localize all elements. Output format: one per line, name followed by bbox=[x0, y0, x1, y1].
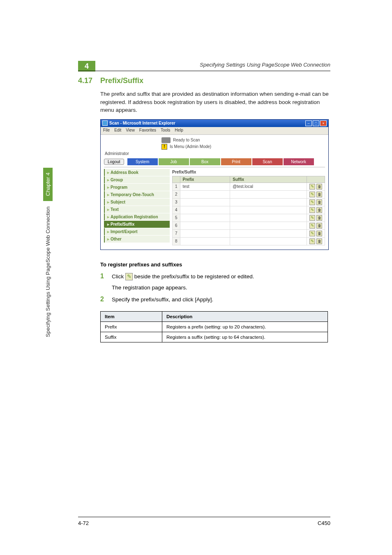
row-prefix bbox=[180, 222, 230, 229]
tab-scan[interactable]: Scan bbox=[252, 158, 283, 165]
row-suffix bbox=[230, 222, 307, 229]
logout-button[interactable]: Logout bbox=[104, 159, 124, 165]
menu-tools[interactable]: Tools bbox=[161, 128, 170, 134]
table-row: Prefix Registers a prefix (setting: up t… bbox=[101, 321, 328, 332]
sidebar-item-application-registration[interactable]: ▸Application Registration bbox=[104, 213, 170, 220]
table-row: 6 bbox=[173, 222, 325, 229]
step-1-sub: The registration page appears. bbox=[112, 284, 330, 291]
menu-favorites[interactable]: Favorites bbox=[139, 128, 156, 134]
pencil-icon: ✎ bbox=[125, 273, 133, 280]
edit-icon[interactable] bbox=[309, 192, 315, 197]
panel-title: Prefix/Suffix bbox=[172, 170, 325, 174]
edit-icon[interactable] bbox=[309, 223, 315, 229]
sidebar-item-text[interactable]: ▸Text bbox=[104, 206, 170, 213]
section-number: 4.17 bbox=[78, 76, 100, 85]
table-row: 7 bbox=[173, 229, 325, 237]
footer-rule bbox=[78, 517, 330, 517]
row-index: 6 bbox=[173, 222, 180, 229]
row-suffix bbox=[230, 190, 307, 198]
row-suffix bbox=[230, 229, 307, 237]
caution-icon: ! bbox=[161, 144, 167, 150]
sidebar-item-temporary-one-touch[interactable]: ▸Temporary One-Touch bbox=[104, 191, 170, 198]
menu-help[interactable]: Help bbox=[175, 128, 183, 134]
step-1-number: 1 bbox=[100, 273, 112, 280]
menubar: File Edit View Favorites Tools Help bbox=[101, 127, 328, 135]
menu-view[interactable]: View bbox=[126, 128, 135, 134]
edit-icon[interactable] bbox=[309, 207, 315, 213]
running-head: Specifying Settings Using PageScope Web … bbox=[200, 62, 330, 68]
sidebar-item-subject[interactable]: ▸Subject bbox=[104, 199, 170, 206]
sidebar-item-program[interactable]: ▸Program bbox=[104, 184, 170, 191]
delete-icon[interactable] bbox=[316, 192, 322, 197]
table-row: 3 bbox=[173, 198, 325, 206]
menu-edit[interactable]: Edit bbox=[114, 128, 121, 134]
sidebar-item-other[interactable]: ▸Other bbox=[104, 236, 170, 243]
tab-system[interactable]: System bbox=[127, 158, 158, 165]
edit-icon[interactable] bbox=[309, 238, 315, 244]
window-title: Scan - Microsoft Internet Explorer bbox=[109, 121, 305, 125]
status-mode: Is Menu (Admin Mode) bbox=[170, 144, 211, 149]
close-button[interactable]: × bbox=[320, 120, 327, 126]
delete-icon[interactable] bbox=[316, 223, 322, 229]
row-suffix bbox=[230, 237, 307, 245]
delete-icon[interactable] bbox=[316, 238, 322, 244]
edit-icon[interactable] bbox=[309, 231, 315, 236]
browser-window: Scan - Microsoft Internet Explorer – □ ×… bbox=[100, 119, 329, 250]
step-2-text: Specify the prefix/suffix, and click [Ap… bbox=[112, 296, 330, 304]
chapter-box: 4 bbox=[78, 61, 95, 72]
row-index: 8 bbox=[173, 237, 180, 245]
status-ready: Ready to Scan bbox=[173, 138, 200, 142]
admin-label: Administrator bbox=[105, 151, 325, 156]
row-prefix bbox=[180, 214, 230, 222]
sidebar-item-address-book[interactable]: ▸Address Book bbox=[104, 169, 170, 176]
minimize-button[interactable]: – bbox=[305, 120, 312, 126]
maximize-button[interactable]: □ bbox=[313, 120, 319, 126]
row-index: 4 bbox=[173, 206, 180, 214]
row-suffix: @test.local bbox=[230, 183, 307, 190]
table-row: 2 bbox=[173, 190, 325, 198]
edit-icon[interactable] bbox=[309, 199, 315, 205]
delete-icon[interactable] bbox=[316, 207, 322, 213]
delete-icon[interactable] bbox=[316, 199, 322, 205]
col-suffix: Suffix bbox=[230, 176, 307, 183]
header-rule bbox=[78, 71, 330, 71]
edit-icon[interactable] bbox=[309, 184, 315, 190]
col-prefix: Prefix bbox=[180, 176, 230, 183]
row-index: 5 bbox=[173, 214, 180, 222]
sidebar-item-import-export[interactable]: ▸Import/Export bbox=[104, 228, 170, 235]
step-1-text-b: beside the prefix/suffix to be registere… bbox=[134, 273, 254, 280]
table-row: 1test@test.local bbox=[173, 183, 325, 190]
ie-icon bbox=[102, 120, 108, 126]
step-2-number: 2 bbox=[100, 296, 112, 303]
tab-network[interactable]: Network bbox=[284, 158, 314, 165]
desc-h1: Item bbox=[101, 311, 162, 321]
side-label-text: Specifying Settings Using PageScope Web … bbox=[45, 206, 51, 337]
tab-box[interactable]: Box bbox=[190, 158, 220, 165]
table-row: 4 bbox=[173, 206, 325, 214]
delete-icon[interactable] bbox=[316, 184, 322, 190]
tab-print[interactable]: Print bbox=[221, 158, 251, 165]
table-row: Suffix Registers a suffix (setting: up t… bbox=[101, 332, 328, 342]
delete-icon[interactable] bbox=[316, 231, 322, 236]
sidebar-item-group[interactable]: ▸Group bbox=[104, 176, 170, 183]
menu-file[interactable]: File bbox=[103, 128, 110, 134]
row-prefix bbox=[180, 198, 230, 206]
desc-h2: Description bbox=[162, 311, 328, 321]
tabs-rule bbox=[104, 167, 325, 167]
step-1-text: Click ✎ beside the prefix/suffix to be r… bbox=[112, 273, 330, 281]
desc-r1k: Prefix bbox=[101, 321, 162, 332]
row-index: 1 bbox=[173, 183, 180, 190]
footer-model: C450 bbox=[318, 520, 330, 526]
prefix-suffix-table: Prefix Suffix 1test@test.local 2 3 4 5 6… bbox=[172, 176, 325, 245]
edit-icon[interactable] bbox=[309, 215, 315, 221]
row-prefix bbox=[180, 237, 230, 245]
row-index: 2 bbox=[173, 190, 180, 198]
sidebar-item-prefix-suffix[interactable]: ▸Prefix/Suffix bbox=[104, 221, 170, 228]
col-num bbox=[173, 176, 180, 183]
row-prefix bbox=[180, 206, 230, 214]
row-prefix: test bbox=[180, 183, 230, 190]
printer-icon bbox=[161, 137, 171, 143]
delete-icon[interactable] bbox=[316, 215, 322, 221]
tab-job[interactable]: Job bbox=[159, 158, 189, 165]
row-prefix bbox=[180, 190, 230, 198]
